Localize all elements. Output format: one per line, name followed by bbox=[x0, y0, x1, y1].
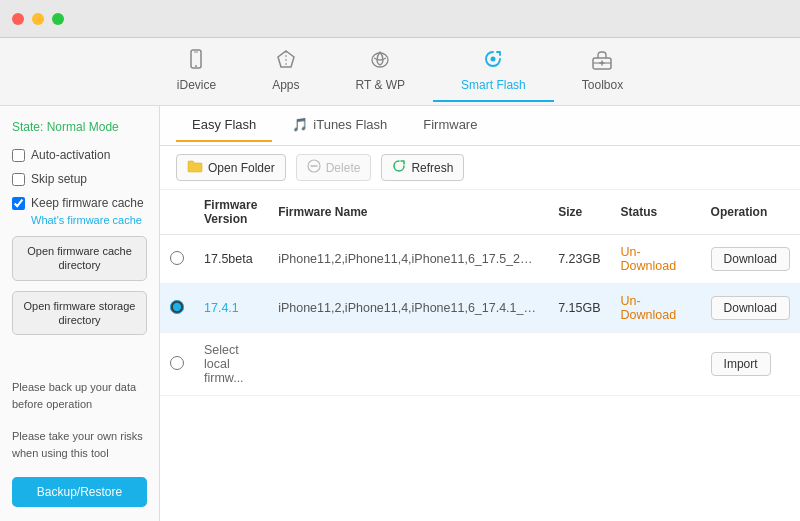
row3-version: Select local firmw... bbox=[194, 333, 268, 396]
itunes-icon: 🎵 bbox=[292, 117, 308, 132]
row1-download-button[interactable]: Download bbox=[711, 247, 790, 271]
folder-icon bbox=[187, 159, 203, 176]
header-radio bbox=[160, 190, 194, 235]
row2-download-button[interactable]: Download bbox=[711, 296, 790, 320]
firmware-cache-link[interactable]: What's firmware cache bbox=[31, 214, 147, 226]
header-firmware-name: Firmware Name bbox=[268, 190, 548, 235]
sidebar: State: Normal Mode Auto-activation Skip … bbox=[0, 106, 160, 521]
skip-setup-label: Skip setup bbox=[31, 172, 87, 186]
refresh-icon bbox=[392, 159, 406, 176]
apps-icon bbox=[275, 49, 297, 74]
row2-status: Un-Download bbox=[611, 284, 701, 333]
close-button[interactable] bbox=[12, 13, 24, 25]
row3-name bbox=[268, 333, 548, 396]
delete-button[interactable]: Delete bbox=[296, 154, 372, 181]
nav-item-toolbox-label: Toolbox bbox=[582, 78, 623, 92]
table-row: 17.4.1 iPhone11,2,iPhone11,4,iPhone11,6_… bbox=[160, 284, 800, 333]
keep-firmware-cache-checkbox[interactable] bbox=[12, 197, 25, 210]
main-layout: State: Normal Mode Auto-activation Skip … bbox=[0, 106, 800, 521]
header-size: Size bbox=[548, 190, 610, 235]
title-bar bbox=[0, 0, 800, 38]
row2-firmware-name: iPhone11,2,iPhone11,4,iPhone11,6_17.4.1_… bbox=[268, 284, 548, 333]
rtwp-icon bbox=[369, 49, 391, 74]
open-firmware-storage-button[interactable]: Open firmware storagedirectory bbox=[12, 291, 147, 336]
content-area: Easy Flash 🎵 iTunes Flash Firmware bbox=[160, 106, 800, 521]
nav-item-smartflash[interactable]: Smart Flash bbox=[433, 41, 554, 102]
header-operation: Operation bbox=[701, 190, 800, 235]
row1-version: 17.5beta bbox=[194, 235, 268, 284]
auto-activation-label: Auto-activation bbox=[31, 148, 110, 162]
nav-item-idevice-label: iDevice bbox=[177, 78, 216, 92]
refresh-button[interactable]: Refresh bbox=[381, 154, 464, 181]
tab-firmware[interactable]: Firmware bbox=[407, 109, 493, 142]
skip-setup-row: Skip setup bbox=[12, 172, 147, 186]
sidebar-state: State: Normal Mode bbox=[12, 120, 147, 134]
row2-operation-cell: Download bbox=[701, 284, 800, 333]
skip-setup-checkbox[interactable] bbox=[12, 173, 25, 186]
maximize-button[interactable] bbox=[52, 13, 64, 25]
row1-size: 7.23GB bbox=[548, 235, 610, 284]
keep-firmware-cache-row: Keep firmware cache bbox=[12, 196, 147, 210]
sidebar-warning-backup: Please back up your data before operatio… bbox=[12, 379, 147, 412]
row2-size: 7.15GB bbox=[548, 284, 610, 333]
nav-items: iDevice Apps RT & WP bbox=[149, 41, 651, 102]
row3-radio[interactable] bbox=[170, 356, 184, 370]
row3-radio-cell bbox=[160, 333, 194, 396]
svg-point-2 bbox=[195, 65, 197, 67]
table-row: Select local firmw... Import bbox=[160, 333, 800, 396]
row2-radio-cell bbox=[160, 284, 194, 333]
header-firmware-version: Firmware Version bbox=[194, 190, 268, 235]
nav-item-rtwp-label: RT & WP bbox=[356, 78, 406, 92]
table-area: Firmware Version Firmware Name Size Stat… bbox=[160, 190, 800, 521]
toolbar: Open Folder Delete Refre bbox=[160, 146, 800, 190]
row3-operation-cell: Import bbox=[701, 333, 800, 396]
tab-easy-flash[interactable]: Easy Flash bbox=[176, 109, 272, 142]
row3-status bbox=[611, 333, 701, 396]
sidebar-spacer bbox=[12, 345, 147, 369]
row2-radio[interactable] bbox=[170, 300, 184, 314]
open-firmware-cache-button[interactable]: Open firmware cachedirectory bbox=[12, 236, 147, 281]
window-controls bbox=[12, 13, 64, 25]
top-nav: iDevice Apps RT & WP bbox=[0, 38, 800, 106]
open-folder-button[interactable]: Open Folder bbox=[176, 154, 286, 181]
row1-status: Un-Download bbox=[611, 235, 701, 284]
smartflash-icon bbox=[482, 49, 504, 74]
nav-item-toolbox[interactable]: Toolbox bbox=[554, 41, 651, 102]
row1-firmware-name: iPhone11,2,iPhone11,4,iPhone11,6_17.5_21… bbox=[268, 235, 548, 284]
nav-item-apps-label: Apps bbox=[272, 78, 299, 92]
row1-radio-cell bbox=[160, 235, 194, 284]
minimize-button[interactable] bbox=[32, 13, 44, 25]
svg-point-5 bbox=[491, 57, 496, 62]
state-label: State: bbox=[12, 120, 43, 134]
idevice-icon bbox=[185, 49, 207, 74]
sidebar-warning-risks: Please take your own risks when using th… bbox=[12, 428, 147, 461]
sub-tabs: Easy Flash 🎵 iTunes Flash Firmware bbox=[160, 106, 800, 146]
auto-activation-row: Auto-activation bbox=[12, 148, 147, 162]
state-value: Normal Mode bbox=[47, 120, 119, 134]
auto-activation-checkbox[interactable] bbox=[12, 149, 25, 162]
row3-size bbox=[548, 333, 610, 396]
nav-item-rtwp[interactable]: RT & WP bbox=[328, 41, 434, 102]
row3-import-button[interactable]: Import bbox=[711, 352, 771, 376]
toolbox-icon bbox=[591, 49, 613, 74]
backup-restore-button[interactable]: Backup/Restore bbox=[12, 477, 147, 507]
keep-firmware-cache-label: Keep firmware cache bbox=[31, 196, 144, 210]
delete-icon bbox=[307, 159, 321, 176]
table-row: 17.5beta iPhone11,2,iPhone11,4,iPhone11,… bbox=[160, 235, 800, 284]
tab-itunes-flash[interactable]: 🎵 iTunes Flash bbox=[276, 109, 403, 142]
row1-operation-cell: Download bbox=[701, 235, 800, 284]
row1-radio[interactable] bbox=[170, 251, 184, 265]
row2-version: 17.4.1 bbox=[194, 284, 268, 333]
firmware-table: Firmware Version Firmware Name Size Stat… bbox=[160, 190, 800, 396]
nav-item-smartflash-label: Smart Flash bbox=[461, 78, 526, 92]
header-status: Status bbox=[611, 190, 701, 235]
nav-item-apps[interactable]: Apps bbox=[244, 41, 327, 102]
nav-item-idevice[interactable]: iDevice bbox=[149, 41, 244, 102]
table-header-row: Firmware Version Firmware Name Size Stat… bbox=[160, 190, 800, 235]
